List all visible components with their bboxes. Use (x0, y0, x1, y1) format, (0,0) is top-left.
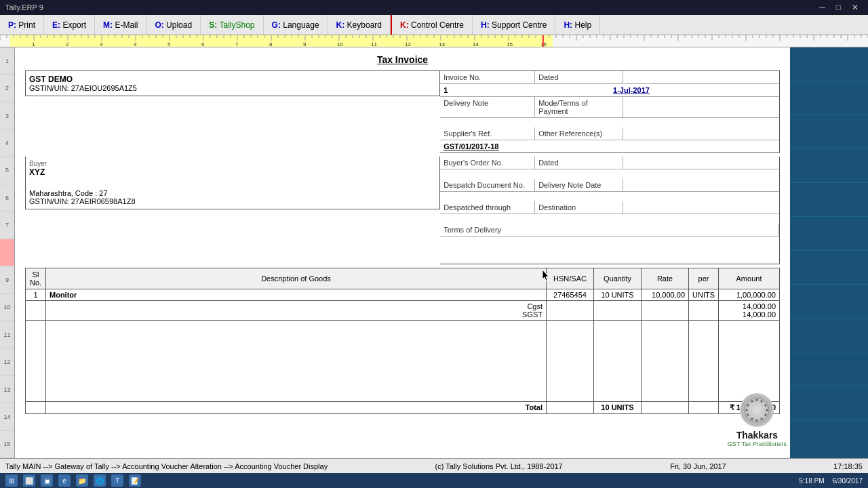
svg-point-0 (745, 398, 769, 422)
ie-icon[interactable]: e (58, 474, 71, 487)
menu-export[interactable]: E: Export (44, 15, 95, 35)
svg-point-6 (761, 418, 763, 420)
despatch-doc-label: Despatch Document No. (440, 179, 535, 191)
search-taskbar-icon[interactable]: ⬜ (23, 474, 35, 487)
other-ref-label: Other Reference(s) (535, 127, 623, 140)
row-12: 12 (0, 348, 14, 375)
sgst-amount: 14,000.00 (743, 310, 776, 319)
svg-point-12 (751, 401, 753, 403)
close-button[interactable]: ✕ (848, 3, 863, 12)
status-date: Fri, 30 Jun, 2017 (670, 462, 726, 470)
buyers-dated-label: Dated (535, 157, 623, 169)
row-7: 7 (0, 211, 14, 239)
suppliers-ref-label: Supplier's Ref. (440, 127, 535, 140)
row-13: 13 (0, 376, 14, 403)
sidebar-row-10 (790, 352, 868, 386)
item-description: Monitor (46, 289, 547, 301)
despatch-doc-row: Despatch Document No. Delivery Note Date (440, 179, 779, 192)
taskbar-time: 5:18 PM (799, 477, 824, 485)
col-description: Description of Goods (46, 268, 547, 289)
menu-email[interactable]: M: E-Mail (95, 15, 146, 35)
invoice-no-label: Invoice No. (440, 71, 535, 83)
sgst-label: SGST (522, 310, 542, 319)
taskbar-left: ⊞ ⬜ ▣ e 📁 🌐 T 📝 (5, 474, 141, 487)
svg-point-11 (747, 405, 749, 407)
tax-amounts: 14,000.00 14,000.00 (719, 301, 780, 321)
buyers-order-row: Buyer's Order No. Dated (440, 157, 779, 169)
menu-support[interactable]: H: Support Centre (473, 15, 555, 35)
notes-icon[interactable]: 📝 (129, 474, 141, 487)
total-label: Total (46, 402, 547, 414)
tax-labels: Cgst SGST (46, 301, 547, 321)
svg-point-5 (765, 414, 767, 416)
task-view-icon[interactable]: ▣ (41, 474, 53, 487)
item-hsn: 27465454 (547, 289, 594, 301)
row-5: 5 (0, 157, 14, 184)
start-icon[interactable]: ⊞ (5, 474, 18, 487)
browser-icon[interactable]: 🌐 (94, 474, 106, 487)
ruler (0, 35, 868, 47)
total-row: Total 10 UNITS ₹ 1,28,000.00 (26, 402, 780, 414)
menu-bar: P: Print E: Export M: E-Mail O: Upload S… (0, 15, 868, 35)
col-quantity: Quantity (594, 268, 642, 289)
svg-point-9 (747, 414, 749, 416)
title-bar: Tally.ERP 9 ─ □ ✕ (0, 0, 868, 15)
invoice-values-row: 1 1-Jul-2017 (440, 84, 779, 97)
menu-tallyshop[interactable]: S: TallyShop (201, 15, 263, 35)
row-15: 15 (0, 431, 14, 458)
item-slno: 1 (26, 289, 46, 301)
buyer-spacer (29, 177, 436, 189)
terms-row: Terms of Delivery (440, 224, 779, 237)
item-quantity: 10 UNITS (594, 289, 642, 301)
taskbar: ⊞ ⬜ ▣ e 📁 🌐 T 📝 5:18 PM 6/30/2017 (0, 473, 868, 488)
invoice-title: Tax Invoice (25, 54, 780, 65)
thakkars-name: Thakkars (728, 430, 787, 441)
copyright: (c) Tally Solutions Pvt. Ltd., 1988-2017 (435, 462, 563, 470)
col-per: per (689, 268, 719, 289)
tally-taskbar-icon[interactable]: T (111, 474, 123, 487)
thakkars-circle-icon (740, 393, 774, 427)
buyer-header-table: Buyer XYZ Maharashtra, Code : 27 GSTIN/U… (25, 157, 780, 264)
company-section: GST DEMO GSTIN/UIN: 27AEIOU2695A1Z5 (25, 70, 440, 96)
menu-print[interactable]: P: Print (0, 15, 44, 35)
sidebar-row-4 (790, 149, 868, 183)
buyer-label: Buyer (29, 160, 436, 167)
col-rate: Rate (642, 268, 689, 289)
row-8-special (0, 239, 14, 266)
row-14: 14 (0, 403, 14, 430)
svg-point-8 (751, 418, 753, 420)
tax-row: Cgst SGST 14,000.00 14,000.00 (26, 301, 780, 321)
minimize-button[interactable]: ─ (815, 3, 829, 12)
sidebar-row-9 (790, 319, 868, 352)
item-name: Monitor (50, 291, 77, 299)
window-controls[interactable]: ─ □ ✕ (815, 3, 863, 12)
delivery-note-label: Delivery Note (440, 97, 535, 117)
item-row-1: 1 Monitor 27465454 10 UNITS 10,000.00 UN… (26, 289, 780, 301)
menu-keyboard[interactable]: K: Keyboard (328, 15, 391, 35)
row-4: 4 (0, 129, 14, 157)
svg-point-7 (756, 420, 758, 422)
thakkars-subtitle: GST Tax Practitioners (728, 441, 787, 447)
despatched-through-row: Despatched through Destination (440, 201, 779, 214)
menu-control-centre[interactable]: K: Control Centre (391, 15, 473, 35)
menu-language[interactable]: G: Language (264, 15, 328, 35)
item-rate: 10,000.00 (642, 289, 689, 301)
menu-upload[interactable]: O: Upload (146, 15, 201, 35)
despatched-through-label: Despatched through (440, 201, 535, 214)
row-9: 9 (0, 266, 14, 293)
svg-point-4 (766, 409, 768, 411)
sidebar-row-11 (790, 386, 868, 420)
suppliers-ref-row: Supplier's Ref. Other Reference(s) (440, 127, 779, 140)
dated-value: 1-Jul-2017 (610, 84, 779, 96)
status-bar: Tally MAIN --> Gateway of Tally --> Acco… (0, 458, 868, 473)
explorer-icon[interactable]: 📁 (76, 474, 88, 487)
item-per: UNITS (689, 289, 719, 301)
col-amount: Amount (719, 268, 780, 289)
menu-help[interactable]: H: Help (555, 15, 600, 35)
empty-rows (26, 321, 780, 402)
buyer-name: XYZ (29, 167, 436, 177)
taskbar-date: 6/30/2017 (833, 477, 863, 485)
total-quantity: 10 UNITS (594, 402, 642, 414)
row-3: 3 (0, 102, 14, 129)
maximize-button[interactable]: □ (832, 3, 845, 12)
